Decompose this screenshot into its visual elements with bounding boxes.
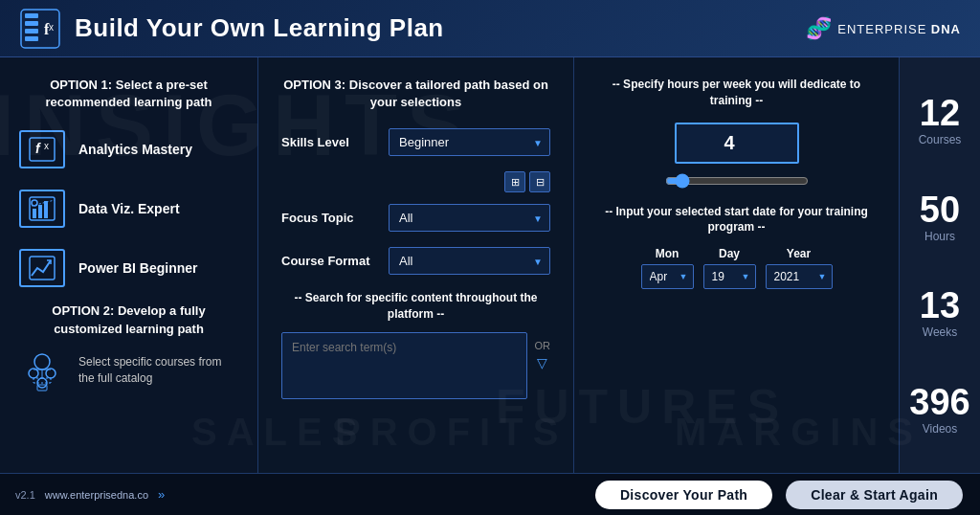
svg-text:x: x bbox=[44, 141, 49, 151]
right-main: -- Specify hours per week you will dedic… bbox=[574, 57, 899, 473]
day-label: Day bbox=[719, 247, 740, 260]
list-item[interactable]: Data Viz. Expert bbox=[19, 184, 238, 234]
search-input[interactable] bbox=[281, 332, 527, 399]
course-format-row: Course Format All Video Live Written bbox=[281, 247, 550, 275]
svg-text:x: x bbox=[49, 22, 54, 33]
svg-rect-2 bbox=[25, 21, 38, 26]
enterprise-label: ENTERPRISE DNA bbox=[837, 20, 961, 37]
right-section: -- Specify hours per week you will dedic… bbox=[574, 57, 980, 473]
search-or-filter: OR ▽ bbox=[535, 332, 551, 370]
skills-level-row: Skills Level Beginner Intermediate Advan… bbox=[281, 128, 550, 156]
or-label: OR bbox=[535, 340, 551, 351]
option2-item[interactable]: Select specific courses from the full ca… bbox=[19, 347, 238, 393]
main-content: INSIGHTS FUTURES SALES PROFITS MARGINS O… bbox=[0, 57, 980, 473]
icon-row: ⊞ ⊟ bbox=[389, 171, 550, 192]
footer-right: Discover Your Path Clear & Start Again bbox=[595, 481, 963, 509]
day-select-wrapper: 1234 5678 9101112 13141516 171819 202122… bbox=[703, 264, 756, 289]
videos-label: Videos bbox=[923, 422, 957, 436]
svg-rect-3 bbox=[25, 29, 38, 34]
start-date-title: -- Input your selected start date for yo… bbox=[593, 204, 880, 236]
hours-stat: 50 Hours bbox=[920, 191, 960, 243]
svg-text:f: f bbox=[35, 141, 41, 156]
year-label: Year bbox=[787, 247, 811, 260]
option1-title: OPTION 1: Select a pre-set recommended l… bbox=[19, 77, 238, 111]
slider-container bbox=[593, 173, 880, 189]
svg-rect-7 bbox=[30, 138, 55, 161]
page-title: Build Your Own Learning Plan bbox=[75, 13, 444, 43]
search-box-container: OR ▽ bbox=[281, 332, 550, 399]
focus-topic-select[interactable]: All Power BI Python SQL DAX bbox=[389, 204, 550, 232]
courses-stat: 12 Courses bbox=[919, 95, 962, 146]
day-select[interactable]: 1234 5678 9101112 13141516 171819 202122… bbox=[703, 264, 756, 289]
data-viz-icon bbox=[19, 190, 65, 228]
svg-line-15 bbox=[32, 200, 55, 206]
skills-select-wrapper: Beginner Intermediate Advanced bbox=[389, 128, 550, 156]
focus-select-wrapper: All Power BI Python SQL DAX bbox=[389, 204, 550, 232]
focus-topic-row: Focus Topic All Power BI Python SQL DAX bbox=[281, 204, 550, 232]
hours-number: 50 bbox=[920, 191, 960, 228]
analytics-mastery-icon: f x bbox=[19, 130, 65, 168]
year-group: Year 2020 2021 2022 2023 2024 2025 bbox=[766, 247, 833, 289]
courses-label: Courses bbox=[919, 133, 962, 146]
data-viz-label: Data Viz. Expert bbox=[78, 201, 180, 216]
month-label: Mon bbox=[656, 247, 679, 260]
sort-icon[interactable]: ⊞ bbox=[504, 171, 525, 192]
hours-input[interactable] bbox=[675, 123, 799, 164]
skills-level-select[interactable]: Beginner Intermediate Advanced bbox=[389, 128, 550, 156]
year-select-wrapper: 2020 2021 2022 2023 2024 2025 bbox=[766, 264, 833, 289]
header: f x Build Your Own Learning Plan 🧬 ENTER… bbox=[0, 0, 980, 57]
footer-left: v2.1 www.enterprisedna.co » bbox=[15, 487, 165, 502]
year-select[interactable]: 2020 2021 2022 2023 2024 2025 bbox=[766, 264, 833, 289]
header-left: f x Build Your Own Learning Plan bbox=[19, 8, 444, 50]
list-item[interactable]: f x Analytics Mastery bbox=[19, 124, 238, 174]
weeks-stat: 13 Weeks bbox=[920, 287, 960, 339]
svg-rect-11 bbox=[33, 209, 36, 218]
filter-funnel-icon[interactable]: ▽ bbox=[537, 355, 547, 370]
skills-label: Skills Level bbox=[281, 135, 377, 149]
svg-rect-1 bbox=[25, 13, 38, 18]
videos-stat: 396 Videos bbox=[909, 384, 969, 436]
svg-point-17 bbox=[34, 354, 50, 369]
hours-title: -- Specify hours per week you will dedic… bbox=[593, 77, 880, 109]
day-group: Day 1234 5678 9101112 13141516 171819 20… bbox=[703, 247, 756, 289]
option2-title: OPTION 2: Develop a fully customized lea… bbox=[19, 302, 238, 337]
list-item[interactable]: Power BI Beginner bbox=[19, 243, 238, 293]
course-format-select[interactable]: All Video Live Written bbox=[389, 247, 550, 275]
discover-path-button[interactable]: Discover Your Path bbox=[595, 481, 772, 509]
focus-topic-label: Focus Topic bbox=[281, 211, 377, 225]
videos-number: 396 bbox=[909, 384, 969, 420]
svg-rect-12 bbox=[38, 205, 42, 218]
footer: v2.1 www.enterprisedna.co » Discover You… bbox=[0, 473, 980, 515]
version-label: v2.1 bbox=[15, 489, 35, 501]
analytics-mastery-label: Analytics Mastery bbox=[78, 142, 192, 157]
catalog-icon bbox=[19, 347, 65, 393]
power-bi-label: Power BI Beginner bbox=[78, 260, 197, 276]
forward-arrows-icon: » bbox=[158, 487, 165, 502]
month-group: Mon JanFebMar AprMayJun JulAugSep OctNov… bbox=[641, 247, 694, 289]
search-section-title: -- Search for specific content throughou… bbox=[281, 290, 550, 323]
course-format-label: Course Format bbox=[281, 254, 377, 268]
weeks-number: 13 bbox=[920, 287, 960, 324]
weeks-label: Weeks bbox=[923, 325, 957, 339]
left-column: OPTION 1: Select a pre-set recommended l… bbox=[0, 57, 258, 473]
clear-start-again-button[interactable]: Clear & Start Again bbox=[786, 481, 963, 509]
dna-icon: 🧬 bbox=[806, 16, 832, 41]
month-select-wrapper: JanFebMar AprMayJun JulAugSep OctNovDec bbox=[641, 264, 694, 289]
website-label: www.enterprisedna.co bbox=[45, 489, 148, 501]
date-row: Mon JanFebMar AprMayJun JulAugSep OctNov… bbox=[593, 247, 880, 289]
enterprise-dna-logo: 🧬 ENTERPRISE DNA bbox=[806, 16, 961, 41]
svg-rect-4 bbox=[25, 36, 38, 41]
courses-number: 12 bbox=[920, 95, 960, 131]
option3-title: OPTION 3: Discover a tailored path based… bbox=[281, 77, 550, 111]
format-select-wrapper: All Video Live Written bbox=[389, 247, 550, 275]
hours-label: Hours bbox=[924, 230, 955, 243]
app-icon: f x bbox=[19, 8, 61, 50]
stats-sidebar: 12 Courses 50 Hours 13 Weeks 396 Videos bbox=[899, 57, 980, 473]
hours-slider[interactable] bbox=[665, 173, 809, 189]
filter-icon[interactable]: ⊟ bbox=[529, 171, 550, 192]
month-select[interactable]: JanFebMar AprMayJun JulAugSep OctNovDec bbox=[641, 264, 694, 289]
hours-input-container bbox=[593, 123, 880, 164]
option2-description: Select specific courses from the full ca… bbox=[78, 354, 238, 387]
middle-column: OPTION 3: Discover a tailored path based… bbox=[258, 57, 574, 473]
svg-rect-13 bbox=[44, 201, 48, 218]
